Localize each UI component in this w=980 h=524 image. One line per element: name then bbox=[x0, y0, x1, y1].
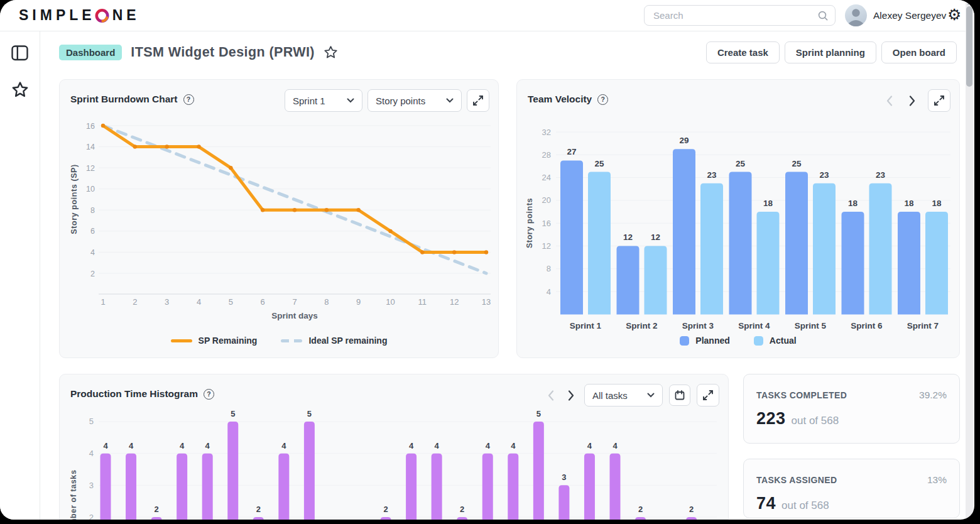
expand-button[interactable] bbox=[928, 89, 950, 112]
planned-swatch bbox=[680, 336, 689, 346]
svg-text:4: 4 bbox=[103, 441, 108, 450]
card-label: TASKS ASSIGNED bbox=[756, 475, 837, 485]
svg-text:Sprint 2: Sprint 2 bbox=[626, 321, 657, 330]
svg-text:Sprint 1: Sprint 1 bbox=[570, 321, 602, 330]
expand-button[interactable] bbox=[697, 384, 719, 407]
user-name: Alexey Sergeyev bbox=[873, 0, 946, 31]
svg-text:9: 9 bbox=[356, 297, 361, 307]
create-task-button[interactable]: Create task bbox=[706, 41, 780, 63]
expand-button[interactable] bbox=[467, 89, 489, 112]
velocity-panel: Team Velocity bbox=[516, 79, 960, 358]
sidebar bbox=[0, 31, 40, 520]
svg-text:4: 4 bbox=[281, 441, 286, 450]
svg-text:8: 8 bbox=[90, 206, 95, 215]
chevron-right-icon bbox=[568, 390, 574, 401]
svg-text:1: 1 bbox=[101, 297, 105, 307]
legend-item: Ideal SP remaining bbox=[281, 336, 387, 346]
svg-text:8: 8 bbox=[324, 297, 329, 307]
svg-text:12: 12 bbox=[86, 164, 95, 173]
sp-remaining-swatch bbox=[171, 339, 192, 342]
svg-text:23: 23 bbox=[819, 170, 829, 180]
sprint-select-value: Sprint 1 bbox=[293, 96, 325, 106]
svg-text:27: 27 bbox=[567, 147, 576, 156]
help-icon[interactable] bbox=[597, 94, 608, 105]
next-button[interactable] bbox=[564, 384, 578, 407]
chevron-down-icon bbox=[647, 393, 655, 398]
chevron-left-icon bbox=[548, 390, 554, 401]
svg-text:Story points: Story points bbox=[525, 198, 534, 248]
prev-button[interactable] bbox=[883, 89, 896, 112]
svg-text:20: 20 bbox=[542, 195, 551, 205]
favorite-star-button[interactable] bbox=[324, 45, 338, 59]
velocity-legend: Planned Actual bbox=[517, 336, 959, 346]
svg-text:8: 8 bbox=[547, 264, 551, 273]
svg-text:4: 4 bbox=[587, 441, 592, 450]
svg-text:Sprint days: Sprint days bbox=[271, 311, 318, 320]
search-box[interactable] bbox=[644, 5, 836, 26]
svg-text:4: 4 bbox=[129, 441, 134, 450]
svg-text:6: 6 bbox=[261, 297, 265, 307]
svg-text:2: 2 bbox=[689, 505, 694, 514]
svg-text:3: 3 bbox=[165, 297, 169, 307]
svg-text:11: 11 bbox=[418, 297, 427, 307]
expand-icon bbox=[702, 389, 714, 401]
expand-icon bbox=[472, 94, 484, 107]
svg-text:4: 4 bbox=[511, 441, 516, 450]
svg-text:2: 2 bbox=[133, 297, 137, 307]
logo-text-right: NE bbox=[112, 7, 140, 24]
burndown-title: Sprint Burndown Chart bbox=[70, 94, 178, 105]
svg-text:12: 12 bbox=[623, 232, 633, 242]
svg-text:Story points (SP): Story points (SP) bbox=[70, 164, 79, 234]
sprint-select[interactable]: Sprint 1 bbox=[285, 89, 362, 112]
star-icon bbox=[11, 81, 29, 98]
sidebar-toggle-button[interactable] bbox=[0, 39, 40, 67]
burndown-legend: SP Remaining Ideal SP remaining bbox=[60, 336, 498, 346]
calendar-button[interactable] bbox=[669, 385, 690, 406]
help-icon[interactable] bbox=[183, 94, 194, 105]
legend-item: SP Remaining bbox=[171, 336, 258, 346]
logo-o-icon bbox=[94, 8, 110, 23]
metric-select[interactable]: Story points bbox=[368, 89, 462, 112]
logo: SIMPLE NE bbox=[19, 0, 140, 31]
svg-text:23: 23 bbox=[707, 170, 717, 180]
svg-text:4: 4 bbox=[180, 441, 185, 450]
scrollbar-thumb[interactable] bbox=[966, 6, 972, 87]
svg-text:Sprint 7: Sprint 7 bbox=[907, 321, 939, 330]
avatar[interactable] bbox=[845, 4, 867, 26]
logo-text-left: SIMPLE bbox=[19, 7, 95, 24]
gear-icon[interactable]: ⚙ bbox=[947, 6, 961, 24]
legend-label: Planned bbox=[695, 336, 729, 346]
svg-text:2: 2 bbox=[90, 270, 95, 278]
header-actions: Create task Sprint planning Open board bbox=[706, 41, 957, 63]
card-total: out of 568 bbox=[792, 415, 839, 427]
svg-text:4: 4 bbox=[435, 441, 440, 450]
svg-text:16: 16 bbox=[542, 219, 551, 228]
velocity-chart: 48121620242832Story points2725Sprint 112… bbox=[517, 80, 961, 331]
svg-text:4: 4 bbox=[197, 297, 201, 307]
favorites-button[interactable] bbox=[0, 75, 40, 103]
svg-text:28: 28 bbox=[542, 150, 551, 160]
svg-text:10: 10 bbox=[86, 185, 95, 194]
legend-label: Ideal SP remaining bbox=[308, 336, 387, 346]
task-filter-select[interactable]: All tasks bbox=[584, 384, 663, 407]
sprint-planning-button[interactable]: Sprint planning bbox=[785, 41, 876, 63]
svg-text:4: 4 bbox=[90, 248, 95, 257]
svg-text:18: 18 bbox=[932, 199, 942, 208]
svg-text:18: 18 bbox=[763, 199, 773, 208]
layout-panel-icon bbox=[11, 45, 28, 61]
help-icon[interactable] bbox=[204, 389, 214, 400]
svg-text:2: 2 bbox=[460, 505, 464, 514]
svg-text:16: 16 bbox=[86, 122, 95, 131]
search-icon bbox=[817, 10, 829, 21]
next-button[interactable] bbox=[905, 89, 919, 112]
svg-text:5: 5 bbox=[229, 297, 233, 307]
svg-text:12: 12 bbox=[651, 232, 660, 242]
svg-text:13: 13 bbox=[482, 297, 491, 307]
svg-text:2: 2 bbox=[383, 505, 388, 514]
open-board-button[interactable]: Open board bbox=[881, 41, 957, 63]
prev-button[interactable] bbox=[544, 384, 558, 407]
card-value: 223 bbox=[756, 409, 786, 428]
page-title: ITSM Widget Design (PRWI) bbox=[131, 45, 314, 60]
scroll-up-arrow-icon[interactable] bbox=[967, 2, 972, 5]
search-input[interactable] bbox=[652, 9, 817, 21]
